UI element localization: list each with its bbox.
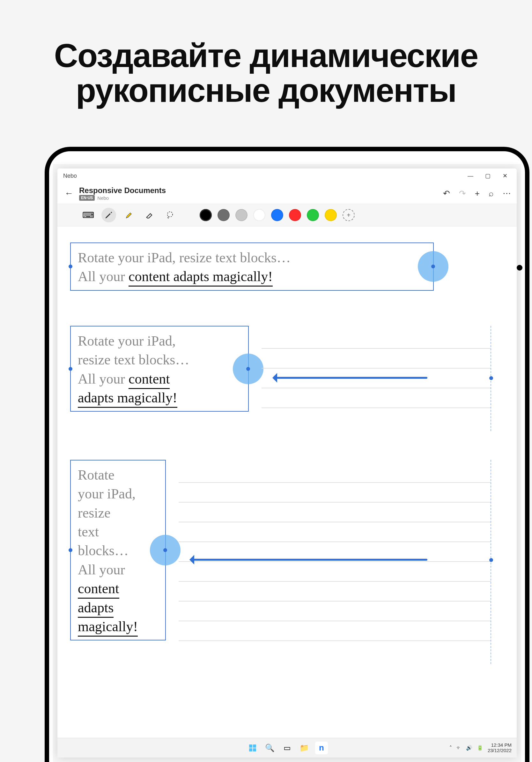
nebo-icon: n [319, 743, 324, 753]
guide-dot[interactable] [489, 376, 493, 380]
minimize-button[interactable]: — [462, 170, 479, 182]
handwritten-line: resize text blocks… [78, 350, 241, 369]
back-button[interactable]: ← [63, 188, 75, 198]
document-header: ← Responsive Documents EN-US Nebo ↶ ↷ + … [57, 183, 517, 203]
toolbar: ⌨ [57, 203, 517, 227]
resize-handle-left[interactable] [69, 367, 72, 371]
maximize-button[interactable]: ▢ [479, 170, 496, 182]
guide-dot[interactable] [489, 558, 493, 562]
document-title: Responsive Documents [79, 186, 166, 195]
text-block-2[interactable]: Rotate your iPad, resize text blocks… Al… [70, 326, 249, 412]
highlighter-tool[interactable] [122, 208, 137, 222]
tablet-frame: Nebo — ▢ ✕ ← Responsive Documents EN-US … [45, 147, 529, 762]
resize-handle-right[interactable] [150, 535, 180, 566]
handwritten-line: text [78, 522, 158, 541]
tablet-screen: Nebo — ▢ ✕ ← Responsive Documents EN-US … [53, 164, 521, 762]
handwritten-line: adapts magically! [78, 388, 241, 407]
color-green[interactable] [307, 209, 319, 221]
taskbar-date: 23/12/2022 [488, 748, 511, 753]
breadcrumb: Nebo [97, 195, 109, 201]
header-actions: ↶ ↷ + ⌕ ⋯ [443, 189, 511, 198]
eraser-tool[interactable] [142, 208, 157, 222]
canvas[interactable]: Rotate your iPad, resize text blocks… Al… [57, 227, 517, 758]
resize-handle-left[interactable] [69, 265, 72, 268]
svg-rect-4 [253, 748, 256, 751]
text-fragment: All your [78, 269, 129, 284]
svg-rect-2 [253, 744, 256, 748]
eraser-icon [145, 211, 154, 219]
resize-arrow-icon [274, 377, 428, 379]
handwritten-line: magically! [78, 617, 158, 636]
resize-handle-right[interactable] [418, 251, 448, 282]
more-button[interactable]: ⋯ [503, 189, 511, 198]
color-blue[interactable] [271, 209, 283, 221]
guide-edge [491, 460, 491, 664]
taskbar-right: ˄ ᯤ 🔊 🔋 12:34 PM 23/12/2022 [449, 742, 511, 753]
row-2: Rotate your iPad, resize text blocks… Al… [70, 326, 504, 431]
handwritten-line: your iPad, [78, 485, 158, 503]
window-controls: — ▢ ✕ [462, 170, 513, 182]
pen-tool[interactable] [101, 208, 116, 222]
color-lightgrey[interactable] [235, 209, 247, 221]
row-3: Rotate your iPad, resize text blocks… Al… [70, 460, 504, 664]
handwritten-line: All your content adapts magically! [78, 267, 426, 286]
text-underlined: adapts [78, 600, 113, 618]
text-block-3[interactable]: Rotate your iPad, resize text blocks… Al… [70, 460, 166, 641]
color-group: + [200, 209, 355, 221]
language-badge: EN-US [79, 195, 95, 201]
resize-handle-right[interactable] [233, 353, 263, 384]
ruled-lines [179, 463, 491, 661]
taskbar-search[interactable]: 🔍 [263, 741, 276, 754]
add-color-button[interactable]: + [343, 209, 355, 221]
app-nebo[interactable]: n [315, 741, 328, 754]
windows-taskbar: 🔍 ▭ 📁 n ˄ ᯤ 🔊 🔋 12:34 PM 23/12/2022 [57, 738, 517, 758]
resize-arrow-icon [191, 559, 428, 561]
lasso-tool[interactable] [163, 208, 177, 222]
text-underlined: magically! [78, 619, 138, 637]
plus-icon: + [347, 211, 351, 219]
color-red[interactable] [289, 209, 301, 221]
volume-icon[interactable]: 🔊 [466, 745, 472, 751]
window-title: Nebo [61, 173, 77, 179]
color-yellow[interactable] [325, 209, 337, 221]
pen-icon [104, 211, 113, 219]
start-button[interactable] [246, 741, 259, 754]
lasso-icon [166, 211, 174, 219]
battery-icon[interactable]: 🔋 [477, 745, 483, 751]
wifi-icon[interactable]: ᯤ [456, 745, 461, 751]
color-white[interactable] [253, 209, 265, 221]
titlebar: Nebo — ▢ ✕ [57, 169, 517, 183]
document-info: Responsive Documents EN-US Nebo [79, 186, 166, 201]
task-view[interactable]: ▭ [281, 741, 294, 754]
windows-icon [248, 744, 257, 752]
handwritten-line: Rotate [78, 466, 158, 485]
taskbar-center: 🔍 ▭ 📁 n [246, 741, 328, 754]
text-block-1[interactable]: Rotate your iPad, resize text blocks… Al… [70, 243, 434, 291]
tablet-camera-dot [517, 265, 522, 270]
color-black[interactable] [200, 209, 212, 221]
redo-button[interactable]: ↷ [459, 189, 466, 198]
handwritten-line: All your [78, 560, 158, 579]
taskbar-time: 12:34 PM [488, 742, 511, 748]
handwritten-line: adapts [78, 598, 158, 617]
undo-button[interactable]: ↶ [443, 189, 450, 198]
text-underlined: content [78, 581, 119, 599]
handwritten-line: content [78, 579, 158, 598]
resize-handle-left[interactable] [69, 548, 72, 552]
color-grey[interactable] [218, 209, 230, 221]
add-button[interactable]: + [475, 189, 480, 198]
keyboard-icon: ⌨ [82, 210, 95, 220]
tool-group: ⌨ [81, 208, 177, 222]
text-underlined: content adapts magically! [129, 269, 273, 286]
tray-chevron-icon[interactable]: ˄ [449, 745, 452, 751]
handwritten-line: Rotate your iPad, [78, 332, 241, 350]
handwritten-line: All your content [78, 369, 241, 388]
svg-point-0 [167, 212, 172, 217]
close-button[interactable]: ✕ [496, 170, 513, 182]
keyboard-tool[interactable]: ⌨ [81, 208, 96, 222]
taskbar-clock[interactable]: 12:34 PM 23/12/2022 [488, 742, 511, 753]
svg-rect-1 [249, 744, 252, 748]
search-button[interactable]: ⌕ [489, 189, 494, 198]
file-explorer[interactable]: 📁 [298, 741, 311, 754]
document-subtitle: EN-US Nebo [79, 195, 166, 201]
